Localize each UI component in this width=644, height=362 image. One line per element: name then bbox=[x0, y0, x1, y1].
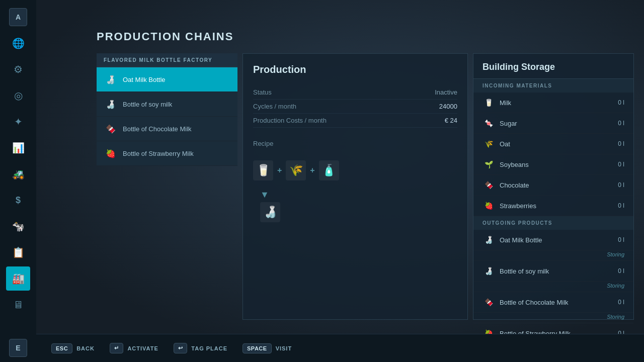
production-title: Production bbox=[253, 64, 457, 75]
production-panel: Production Status Inactive Cycles / mont… bbox=[243, 53, 468, 320]
oat-name: Oat bbox=[500, 140, 613, 148]
storage-soy-bottle: 🍶 Bottle of soy milk 0 l bbox=[473, 261, 633, 282]
tractor-icon: 🚜 bbox=[12, 168, 25, 180]
storage-soybeans: 🌱 Soybeans 0 l bbox=[473, 154, 633, 175]
chocolate-milk-icon: 🍫 bbox=[104, 122, 118, 136]
storage-chocolate: 🍫 Chocolate 0 l bbox=[473, 175, 633, 196]
sidebar-item-wheel[interactable]: ⚙ bbox=[6, 57, 30, 81]
status-label: Status bbox=[253, 88, 272, 96]
ingredient-milk: 🥛 bbox=[253, 160, 273, 180]
storage-panel: Building Storage INCOMING MATERIALS 🥛 Mi… bbox=[473, 53, 634, 320]
chocolate-name: Chocolate bbox=[500, 182, 613, 189]
activate-key: ↵ bbox=[110, 343, 124, 353]
wheel-icon: ⚙ bbox=[14, 63, 23, 75]
e-badge[interactable]: E bbox=[9, 339, 27, 357]
tag-key: ↩ bbox=[174, 343, 188, 353]
screen-icon: 🖥 bbox=[13, 299, 23, 311]
stat-costs: Production Costs / month € 24 bbox=[253, 114, 457, 128]
soybeans-name: Soybeans bbox=[500, 161, 613, 168]
recipe-item-oat-milk-bottle[interactable]: 🍶 Oat Milk Bottle bbox=[97, 67, 237, 92]
sidebar-item-cow[interactable]: 🐄 bbox=[6, 214, 30, 238]
sidebar-item-factory[interactable]: 🏭 bbox=[6, 266, 30, 291]
activate-label: ACTIVATE bbox=[127, 345, 158, 351]
soy-milk-icon: 🍶 bbox=[104, 97, 118, 111]
ingredient-bottle: 🧴 bbox=[319, 160, 339, 180]
strawberry-milk-icon: 🍓 bbox=[104, 146, 118, 160]
outgoing-header: OUTGOING PRODUCTS bbox=[473, 216, 633, 230]
milk-amount: 0 l bbox=[618, 99, 624, 106]
sun-icon: ✦ bbox=[14, 116, 23, 128]
sidebar-item-papers[interactable]: 📋 bbox=[6, 240, 30, 264]
recipe-section: Recipe 🥛 + 🌾 + 🧴 ▼ 🍶 bbox=[253, 140, 457, 222]
sidebar-item-dollar[interactable]: $ bbox=[6, 188, 30, 212]
cow-icon: 🐄 bbox=[12, 220, 25, 232]
soybeans-icon: 🌱 bbox=[482, 158, 495, 170]
recipe-label-chocolate: Bottle of Chocolate Milk bbox=[123, 125, 192, 133]
choc-bottle-amount: 0 l bbox=[618, 299, 624, 306]
esc-label: BACK bbox=[76, 345, 95, 351]
stat-status: Status Inactive bbox=[253, 85, 457, 100]
esc-key: ESC bbox=[51, 343, 72, 353]
sidebar-item-screen[interactable]: 🖥 bbox=[6, 293, 30, 317]
soy-bottle-amount: 0 l bbox=[618, 267, 624, 275]
oat-bottle-icon: 🍶 bbox=[482, 234, 495, 246]
recipe-label-strawberry: Bottle of Strawberry Milk bbox=[123, 150, 194, 157]
chart-icon: 📊 bbox=[12, 142, 25, 154]
outgoing-choc-wrapper: 🍫 Bottle of Chocolate Milk 0 l Storing bbox=[473, 292, 633, 323]
strawberries-name: Strawberries bbox=[500, 202, 613, 210]
key-esc[interactable]: ESC BACK bbox=[51, 343, 95, 353]
ingredient-oat: 🌾 bbox=[286, 160, 306, 180]
oat-amount: 0 l bbox=[618, 140, 624, 147]
recipe-arrow: ▼ bbox=[260, 190, 457, 200]
tag-label: TAG PLACE bbox=[191, 345, 227, 351]
sidebar-item-globe[interactable]: 🌐 bbox=[6, 31, 30, 55]
sugar-name: Sugar bbox=[500, 120, 613, 127]
recipe-item-strawberry-milk[interactable]: 🍓 Bottle of Strawberry Milk bbox=[97, 141, 237, 166]
recipe-item-chocolate-milk[interactable]: 🍫 Bottle of Chocolate Milk bbox=[97, 117, 237, 141]
storage-oat-milk-bottle: 🍶 Oat Milk Bottle 0 l bbox=[473, 230, 633, 250]
factory-name: FLAVORED MILK BOTTLE FACTORY bbox=[97, 53, 237, 67]
cycles-value: 24000 bbox=[439, 103, 457, 110]
choc-bottle-icon: 🍫 bbox=[482, 296, 495, 308]
plus-2: + bbox=[310, 166, 314, 175]
outgoing-soy-wrapper: 🍶 Bottle of soy milk 0 l Storing bbox=[473, 261, 633, 292]
plus-1: + bbox=[277, 166, 282, 175]
storage-choc-bottle: 🍫 Bottle of Chocolate Milk 0 l bbox=[473, 292, 633, 313]
milk-name: Milk bbox=[500, 99, 613, 107]
milk-icon: 🥛 bbox=[482, 97, 495, 109]
choc-bottle-status: Storing bbox=[473, 313, 633, 323]
soybeans-amount: 0 l bbox=[618, 161, 624, 168]
sugar-icon: 🍬 bbox=[482, 117, 495, 129]
recipe-list: 🍶 Oat Milk Bottle 🍶 Bottle of soy milk 🍫… bbox=[97, 67, 237, 166]
sidebar-item-chart[interactable]: 📊 bbox=[6, 136, 30, 160]
storage-milk: 🥛 Milk 0 l bbox=[473, 93, 633, 113]
recipe-item-soy-milk[interactable]: 🍶 Bottle of soy milk bbox=[97, 92, 237, 117]
dollar-icon: $ bbox=[16, 195, 21, 206]
key-visit[interactable]: SPACE VISIT bbox=[243, 343, 292, 353]
cycles-label: Cycles / month bbox=[253, 103, 296, 110]
sidebar-item-tractor[interactable]: 🚜 bbox=[6, 162, 30, 186]
a-badge[interactable]: A bbox=[9, 8, 27, 26]
sugar-amount: 0 l bbox=[618, 120, 624, 127]
main-content: PRODUCTION CHAINS FLAVORED MILK BOTTLE F… bbox=[36, 0, 644, 362]
key-activate[interactable]: ↵ ACTIVATE bbox=[110, 343, 158, 353]
stat-cycles: Cycles / month 24000 bbox=[253, 100, 457, 114]
compass-icon: ◎ bbox=[14, 89, 23, 102]
oat-icon: 🌾 bbox=[482, 138, 495, 150]
sidebar-item-sun[interactable]: ✦ bbox=[6, 110, 30, 134]
recipe-label-soy: Bottle of soy milk bbox=[123, 101, 172, 108]
bottom-bar: ESC BACK ↵ ACTIVATE ↩ TAG PLACE SPACE VI… bbox=[36, 334, 644, 362]
key-tag-place[interactable]: ↩ TAG PLACE bbox=[174, 343, 227, 353]
oat-bottle-amount: 0 l bbox=[618, 236, 624, 243]
recipe-visual: 🥛 + 🌾 + 🧴 bbox=[253, 155, 457, 186]
page-title: PRODUCTION CHAINS bbox=[97, 30, 634, 43]
chocolate-amount: 0 l bbox=[618, 182, 624, 189]
sidebar-item-compass[interactable]: ◎ bbox=[6, 83, 30, 108]
storage-oat: 🌾 Oat 0 l bbox=[473, 134, 633, 154]
choc-bottle-name: Bottle of Chocolate Milk bbox=[500, 299, 613, 306]
oat-milk-icon: 🍶 bbox=[104, 72, 118, 86]
sidebar: A 🌐 ⚙ ◎ ✦ 📊 🚜 $ 🐄 📋 🏭 🖥 E bbox=[0, 0, 36, 362]
globe-icon: 🌐 bbox=[12, 37, 25, 49]
soy-bottle-name: Bottle of soy milk bbox=[500, 267, 613, 275]
outgoing-oat-wrapper: 🍶 Oat Milk Bottle 0 l Storing bbox=[473, 230, 633, 261]
